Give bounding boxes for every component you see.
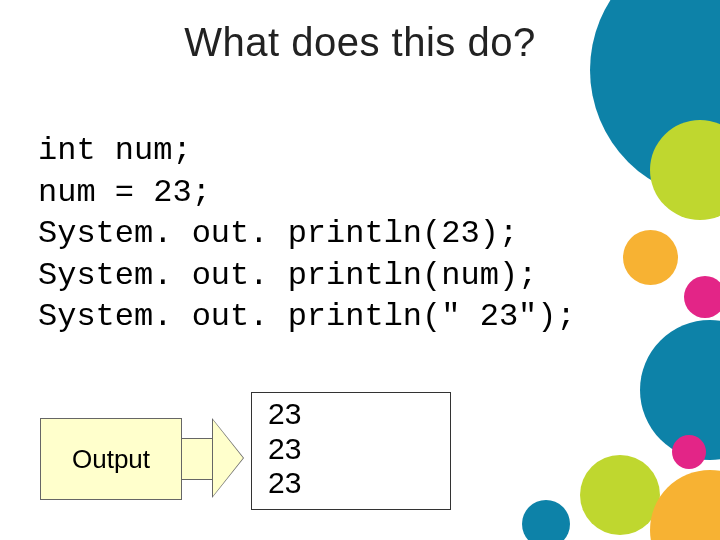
decor-circle	[580, 455, 660, 535]
decor-circle	[522, 500, 570, 540]
decor-circle	[672, 435, 706, 469]
arrow-icon	[180, 418, 250, 498]
code-block: int num; num = 23; System. out. println(…	[38, 130, 576, 338]
output-box: 23 23 23	[251, 392, 451, 510]
slide: What does this do? int num; num = 23; Sy…	[0, 0, 720, 540]
output-label: Output	[40, 418, 182, 500]
decor-circle	[623, 230, 678, 285]
decor-circle	[684, 276, 720, 318]
slide-title: What does this do?	[0, 20, 720, 65]
decor-circle	[650, 470, 720, 540]
